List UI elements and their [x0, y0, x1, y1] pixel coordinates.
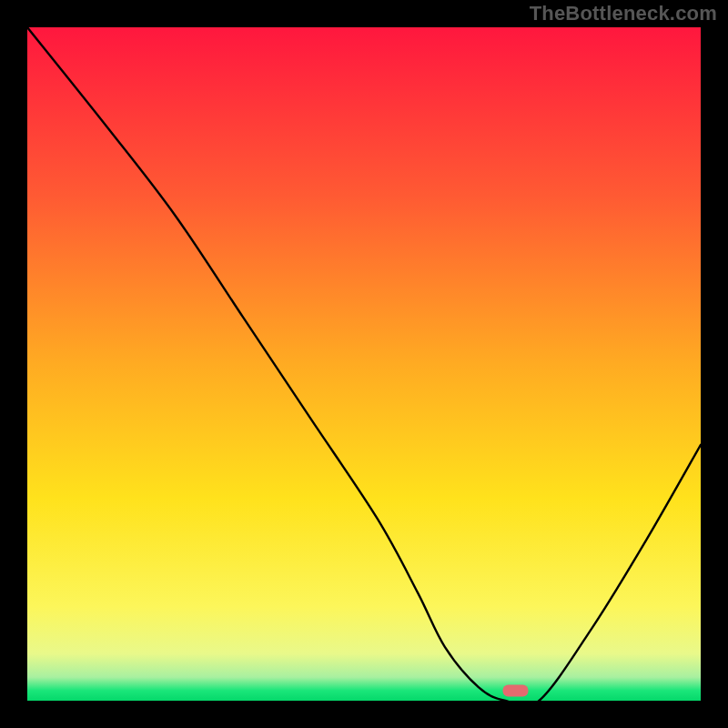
chart-background — [27, 27, 701, 701]
optimal-marker — [503, 684, 529, 696]
watermark-text: TheBottleneck.com — [530, 2, 717, 25]
chart-frame: TheBottleneck.com — [0, 0, 728, 728]
bottleneck-chart — [27, 27, 701, 701]
